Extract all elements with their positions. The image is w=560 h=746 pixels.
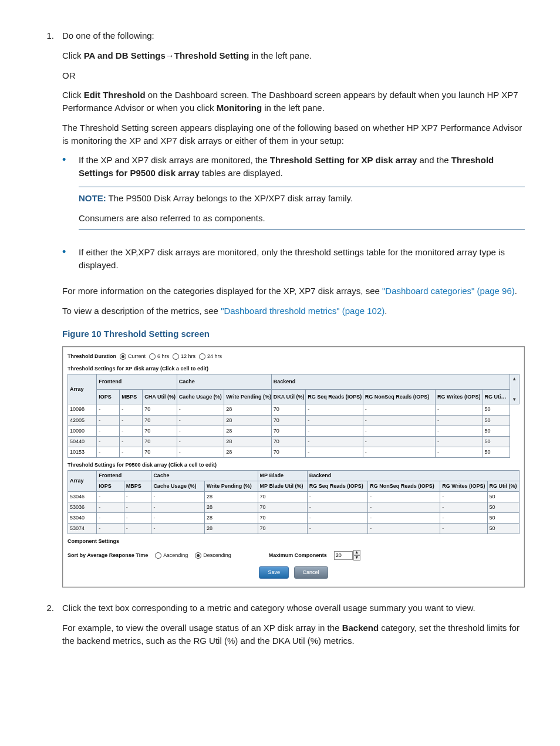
table-row: 10090--70-2870---50 bbox=[68, 426, 519, 436]
dashboard-categories-link[interactable]: "Dashboard categories" (page 96) bbox=[382, 286, 515, 296]
xp-threshold-table: Array Frontend Cache Backend ▲▼ IOPS MBP… bbox=[68, 374, 519, 458]
radio-descending[interactable]: Descending bbox=[195, 552, 231, 559]
spinner-down-icon[interactable]: ▼ bbox=[353, 555, 360, 561]
step1-intro: Do one of the following: bbox=[62, 29, 525, 42]
threshold-metrics-link[interactable]: "Dashboard threshold metrics" (page 102) bbox=[221, 306, 384, 316]
or-text: OR bbox=[62, 69, 525, 82]
radio-icon bbox=[195, 552, 201, 559]
p9500-threshold-table: Array Frontend Cache MP Blade Backend IO… bbox=[68, 470, 519, 534]
metrics-desc-link-line: To view a description of the metrics, se… bbox=[62, 305, 525, 318]
sort-label: Sort by Average Response Time bbox=[68, 552, 148, 559]
note-box: NOTE: The P9500 Disk Array belongs to th… bbox=[79, 187, 525, 230]
table-row: 10098--70-2870---50 bbox=[68, 404, 519, 415]
bullet-icon: • bbox=[62, 154, 79, 240]
step2-p1: Click the text box corresponding to a me… bbox=[62, 602, 525, 615]
note-label: NOTE: bbox=[79, 193, 106, 203]
radio-icon bbox=[149, 353, 156, 360]
spinner-up-icon[interactable]: ▲ bbox=[353, 550, 360, 555]
bullet-icon: • bbox=[62, 246, 79, 279]
save-button[interactable]: Save bbox=[259, 566, 289, 579]
step-2: 2. Click the text box corresponding to a… bbox=[35, 602, 525, 654]
table-row: 10153--70-2870---50 bbox=[68, 447, 519, 457]
radio-12hrs[interactable]: 12 hrs bbox=[173, 353, 195, 360]
col-backend: Backend bbox=[271, 374, 510, 390]
radio-ascending[interactable]: Ascending bbox=[155, 552, 188, 559]
col-frontend: Frontend bbox=[97, 374, 177, 390]
step-number: 1. bbox=[35, 29, 62, 599]
table-row: 50440--70-2870---50 bbox=[68, 436, 519, 447]
col-array: Array bbox=[68, 374, 97, 404]
max-components-label: Maximum Components bbox=[269, 552, 327, 559]
radio-icon bbox=[173, 353, 179, 360]
threshold-desc: The Threshold Setting screen appears dis… bbox=[62, 121, 525, 147]
cancel-button[interactable]: Cancel bbox=[294, 566, 328, 579]
more-info: For more information on the categories d… bbox=[62, 285, 525, 298]
bullet-2: • If either the XP,XP7 disk arrays are m… bbox=[62, 246, 525, 279]
table-row: 53046---2870---50 bbox=[68, 491, 519, 502]
radio-6hrs[interactable]: 6 hrs bbox=[149, 353, 169, 360]
scrollbar[interactable]: ▲▼ bbox=[510, 374, 519, 404]
table-row: 53074---2870---50 bbox=[68, 523, 519, 534]
figure-caption: Figure 10 Threshold Setting screen bbox=[62, 328, 525, 340]
table-row: 42005--70-2870---50 bbox=[68, 415, 519, 426]
xp-table-title: Threshold Settings for XP disk array (Cl… bbox=[68, 365, 519, 373]
max-components-input[interactable]: ▲▼ bbox=[334, 550, 360, 561]
radio-icon bbox=[120, 353, 126, 360]
radio-icon bbox=[155, 552, 161, 559]
step2-p2: For example, to view the overall usage s… bbox=[62, 622, 525, 647]
step1-option-1: Click PA and DB Settings→Threshold Setti… bbox=[62, 49, 525, 62]
bullet-1: • If the XP and XP7 disk arrays are moni… bbox=[62, 154, 525, 240]
radio-24hrs[interactable]: 24 hrs bbox=[199, 353, 222, 360]
radio-current[interactable]: Current bbox=[120, 353, 146, 360]
col-cache: Cache bbox=[177, 374, 271, 390]
threshold-setting-screenshot: Threshold Duration Current 6 hrs 12 hrs … bbox=[62, 346, 525, 588]
table-row: 53040---2870---50 bbox=[68, 512, 519, 523]
component-settings-label: Component Settings bbox=[68, 538, 519, 545]
step-number: 2. bbox=[35, 602, 62, 654]
table-row: 53036---2870---50 bbox=[68, 502, 519, 512]
threshold-duration-label: Threshold Duration bbox=[68, 353, 116, 360]
step1-option-2: Click Edit Threshold on the Dashboard sc… bbox=[62, 89, 525, 114]
radio-icon bbox=[199, 353, 205, 360]
p9500-table-title: Threshold Settings for P9500 disk array … bbox=[68, 461, 519, 469]
step-1: 1. Do one of the following: Click PA and… bbox=[35, 29, 525, 599]
